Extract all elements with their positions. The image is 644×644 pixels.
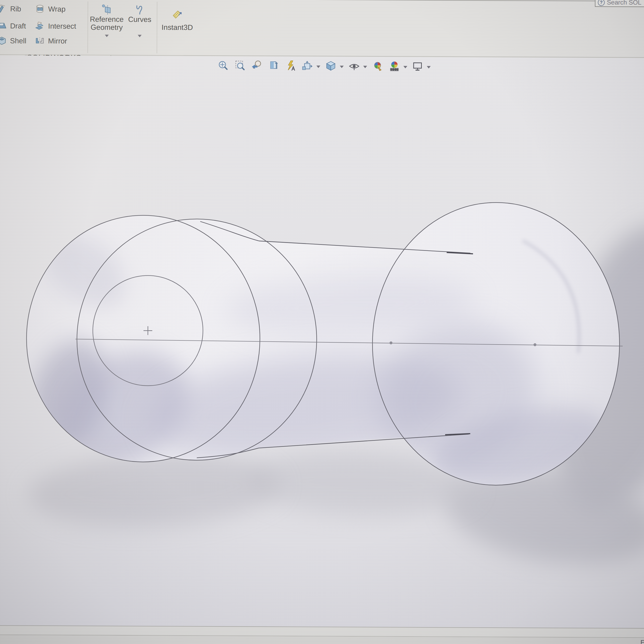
mirror-button[interactable]: Mirror (34, 35, 67, 47)
shell-icon (0, 35, 7, 46)
statusbar (0, 635, 644, 644)
apply-scene-button[interactable] (388, 60, 401, 73)
zoom-to-area-button[interactable] (234, 59, 247, 72)
help-question-icon: ? (598, 0, 605, 6)
application-window: ector_Lamp2.SLDPRT ? Search SOL Rib Draf… (0, 0, 644, 644)
reference-geometry-label-line1: Reference (90, 15, 124, 23)
instant3d-button[interactable]: Instant3D (160, 9, 194, 32)
display-style-caret-icon[interactable] (340, 66, 344, 68)
rib-label: Rib (10, 5, 21, 13)
statusbar-text: E (640, 639, 644, 644)
view-orientation-button[interactable] (301, 60, 314, 72)
wrap-icon (34, 4, 45, 14)
heads-up-view-toolbar (217, 59, 431, 73)
section-view-icon (268, 60, 280, 72)
curves-button[interactable]: Curves (126, 4, 153, 37)
wrap-label: Wrap (48, 5, 65, 13)
apply-scene-caret-icon[interactable] (403, 66, 407, 68)
zoom-to-fit-icon (217, 59, 229, 72)
intersect-label: Intersect (48, 22, 76, 30)
instant3d-icon (172, 9, 182, 20)
shell-label: Shell (10, 37, 26, 45)
previous-view-icon (251, 60, 263, 72)
viewport-canvas[interactable] (0, 55, 644, 628)
annotation-views-icon (285, 60, 297, 72)
hide-show-items-icon (348, 60, 360, 72)
ribbon-separator (87, 1, 88, 53)
display-style-button[interactable] (325, 60, 337, 72)
wrap-button[interactable]: Wrap (34, 3, 65, 15)
shell-button[interactable]: Shell (0, 35, 26, 47)
reference-geometry-dropdown-caret-icon[interactable] (105, 35, 109, 37)
draft-icon (0, 20, 7, 31)
view-orientation-icon (301, 60, 313, 72)
view-orientation-caret-icon[interactable] (316, 65, 320, 68)
rib-icon (0, 3, 7, 14)
curves-icon (134, 4, 145, 15)
sketch-point[interactable] (390, 341, 392, 344)
rib-button[interactable]: Rib (0, 3, 21, 15)
curves-label: Curves (128, 15, 151, 23)
reference-geometry-label-line2: Geometry (91, 23, 123, 31)
sketch-point[interactable] (533, 343, 536, 346)
draft-button[interactable]: Draft (0, 20, 26, 32)
search-input[interactable]: Search SOL (607, 0, 641, 6)
reference-geometry-button[interactable]: Reference Geometry (89, 4, 124, 37)
display-style-icon (325, 60, 337, 72)
hide-show-items-button[interactable] (348, 60, 361, 73)
intersect-button[interactable]: Intersect (34, 20, 76, 32)
annotation-views-button[interactable] (284, 59, 297, 72)
graphics-viewport[interactable] (0, 55, 644, 628)
section-view-button[interactable] (267, 59, 280, 72)
mirror-label: Mirror (48, 37, 67, 45)
view-settings-icon (412, 60, 424, 73)
zoom-to-fit-button[interactable] (217, 59, 230, 72)
view-settings-button[interactable] (411, 60, 424, 73)
search-box[interactable]: ? Search SOL (595, 0, 644, 7)
instant3d-label: Instant3D (162, 23, 193, 32)
ribbon-separator (157, 2, 157, 53)
features-ribbon: Rib Draft Shell Wrap (0, 0, 644, 58)
apply-scene-icon (388, 60, 401, 72)
zoom-to-area-icon (234, 59, 246, 72)
previous-view-button[interactable] (251, 59, 263, 72)
hide-show-items-caret-icon[interactable] (363, 66, 367, 68)
intersect-icon (34, 21, 45, 32)
draft-label: Draft (10, 22, 26, 30)
curves-dropdown-caret-icon[interactable] (138, 35, 142, 37)
view-settings-caret-icon[interactable] (427, 66, 431, 68)
edit-appearance-icon (371, 60, 384, 72)
screen: ector_Lamp2.SLDPRT ? Search SOL Rib Draf… (0, 0, 644, 644)
reference-geometry-icon (101, 4, 112, 15)
mirror-icon (34, 36, 45, 46)
edit-appearance-button[interactable] (371, 60, 384, 73)
